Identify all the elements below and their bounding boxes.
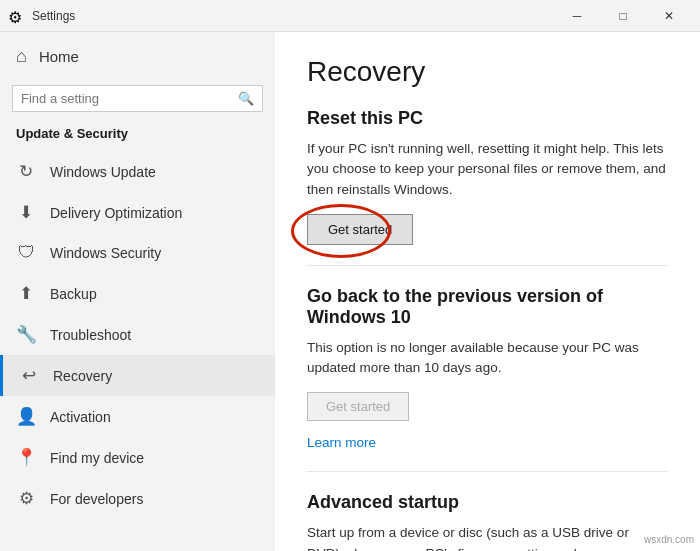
section-reset-pc: Reset this PC If your PC isn't running w… bbox=[307, 108, 668, 245]
section-advanced-startup: Advanced startup Start up from a device … bbox=[307, 492, 668, 551]
troubleshoot-icon: 🔧 bbox=[16, 324, 36, 345]
content-area: Recovery Reset this PC If your PC isn't … bbox=[275, 32, 700, 551]
reset-pc-get-started-button[interactable]: Get started bbox=[307, 214, 413, 245]
page-title: Recovery bbox=[307, 56, 668, 88]
titlebar-title: Settings bbox=[32, 9, 75, 23]
sidebar-item-delivery-optimization[interactable]: ⬇ Delivery Optimization bbox=[0, 192, 275, 233]
learn-more-link[interactable]: Learn more bbox=[307, 435, 376, 450]
divider-1 bbox=[307, 265, 668, 266]
sidebar-item-windows-update[interactable]: ↻ Windows Update bbox=[0, 151, 275, 192]
minimize-button[interactable]: ─ bbox=[554, 0, 600, 32]
maximize-button[interactable]: □ bbox=[600, 0, 646, 32]
sidebar-item-backup[interactable]: ⬆ Backup bbox=[0, 273, 275, 314]
activation-icon: 👤 bbox=[16, 406, 36, 427]
section-go-back: Go back to the previous version of Windo… bbox=[307, 286, 668, 422]
sidebar-item-label: Windows Update bbox=[50, 164, 156, 180]
home-label: Home bbox=[39, 48, 79, 65]
sidebar-item-home[interactable]: ⌂ Home bbox=[0, 32, 275, 81]
search-icon: 🔍 bbox=[238, 91, 254, 106]
divider-2 bbox=[307, 471, 668, 472]
home-icon: ⌂ bbox=[16, 46, 27, 67]
windows-security-icon: 🛡 bbox=[16, 243, 36, 263]
go-back-get-started-button[interactable]: Get started bbox=[307, 392, 409, 421]
sidebar-item-label: Activation bbox=[50, 409, 111, 425]
sidebar-item-label: Recovery bbox=[53, 368, 112, 384]
go-back-heading: Go back to the previous version of Windo… bbox=[307, 286, 668, 328]
search-input[interactable] bbox=[21, 91, 232, 106]
for-developers-icon: ⚙ bbox=[16, 488, 36, 509]
titlebar: ⚙ Settings ─ □ ✕ bbox=[0, 0, 700, 32]
learn-more-container: Learn more bbox=[307, 433, 668, 451]
sidebar-item-find-my-device[interactable]: 📍 Find my device bbox=[0, 437, 275, 478]
reset-pc-heading: Reset this PC bbox=[307, 108, 668, 129]
sidebar-item-for-developers[interactable]: ⚙ For developers bbox=[0, 478, 275, 519]
delivery-optimization-icon: ⬇ bbox=[16, 202, 36, 223]
search-box[interactable]: 🔍 bbox=[12, 85, 263, 112]
sidebar-item-recovery[interactable]: ↩ Recovery bbox=[0, 355, 275, 396]
advanced-startup-text: Start up from a device or disc (such as … bbox=[307, 523, 668, 551]
close-button[interactable]: ✕ bbox=[646, 0, 692, 32]
sidebar-item-activation[interactable]: 👤 Activation bbox=[0, 396, 275, 437]
sidebar-item-label: Find my device bbox=[50, 450, 144, 466]
sidebar: ⌂ Home 🔍 Update & Security ↻ Windows Upd… bbox=[0, 32, 275, 551]
sidebar-item-windows-security[interactable]: 🛡 Windows Security bbox=[0, 233, 275, 273]
find-my-device-icon: 📍 bbox=[16, 447, 36, 468]
titlebar-left: ⚙ Settings bbox=[8, 8, 75, 24]
backup-icon: ⬆ bbox=[16, 283, 36, 304]
recovery-icon: ↩ bbox=[19, 365, 39, 386]
sidebar-item-label: For developers bbox=[50, 491, 143, 507]
watermark: wsxdn.com bbox=[644, 534, 694, 545]
app-body: ⌂ Home 🔍 Update & Security ↻ Windows Upd… bbox=[0, 32, 700, 551]
sidebar-item-label: Backup bbox=[50, 286, 97, 302]
sidebar-section-title: Update & Security bbox=[0, 120, 275, 151]
advanced-startup-heading: Advanced startup bbox=[307, 492, 668, 513]
windows-update-icon: ↻ bbox=[16, 161, 36, 182]
sidebar-item-label: Delivery Optimization bbox=[50, 205, 182, 221]
titlebar-controls: ─ □ ✕ bbox=[554, 0, 692, 32]
go-back-text: This option is no longer available becau… bbox=[307, 338, 668, 379]
sidebar-item-label: Windows Security bbox=[50, 245, 161, 261]
sidebar-item-troubleshoot[interactable]: 🔧 Troubleshoot bbox=[0, 314, 275, 355]
settings-icon: ⚙ bbox=[8, 8, 24, 24]
reset-pc-text: If your PC isn't running well, resetting… bbox=[307, 139, 668, 200]
sidebar-item-label: Troubleshoot bbox=[50, 327, 131, 343]
